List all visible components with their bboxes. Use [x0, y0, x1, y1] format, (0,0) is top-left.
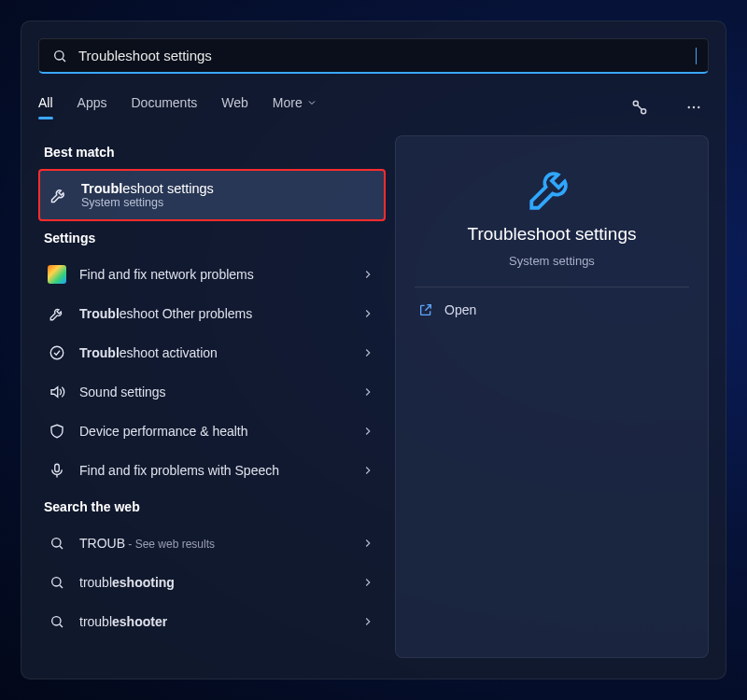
chevron-right-icon — [361, 346, 374, 359]
svg-point-13 — [52, 578, 61, 586]
search-icon — [48, 612, 66, 631]
chevron-right-icon — [361, 307, 374, 320]
web-result-troubleshooting[interactable]: troubleshooting — [38, 563, 386, 602]
result-sound-settings[interactable]: Sound settings — [38, 372, 386, 412]
svg-line-12 — [60, 546, 63, 549]
wrench-hero-icon — [525, 161, 579, 215]
svg-point-11 — [52, 539, 61, 547]
tab-all[interactable]: All — [38, 95, 53, 119]
wrench-icon — [48, 304, 66, 323]
shield-icon — [48, 422, 66, 441]
search-panel: All Apps Documents Web More Best match T… — [21, 21, 726, 679]
text-caret — [696, 48, 697, 64]
speaker-icon — [48, 383, 66, 401]
tab-apps[interactable]: Apps — [78, 95, 107, 119]
tab-web[interactable]: Web — [221, 95, 248, 119]
action-open[interactable]: Open — [415, 287, 689, 332]
wrench-icon — [49, 186, 68, 204]
filter-tabs: All Apps Documents Web More — [38, 92, 709, 122]
svg-point-5 — [693, 106, 695, 108]
svg-line-16 — [60, 624, 63, 627]
result-network-problems[interactable]: Find and fix network problems — [38, 255, 386, 294]
best-match-result[interactable]: Troubleshoot settings System settings — [38, 169, 386, 221]
svg-point-6 — [698, 106, 699, 108]
microphone-icon — [48, 461, 66, 480]
preview-title: Troubleshoot settings — [468, 224, 637, 245]
search-input[interactable] — [78, 48, 686, 63]
tab-more[interactable]: More — [273, 95, 317, 119]
section-settings: Settings — [44, 231, 386, 245]
preview-subtitle: System settings — [509, 254, 595, 268]
svg-point-7 — [50, 346, 63, 359]
chevron-right-icon — [361, 385, 374, 399]
chevron-right-icon — [361, 537, 374, 550]
connect-icon[interactable] — [625, 92, 655, 122]
web-result-troubleshooter[interactable]: troubleshooter — [38, 602, 386, 641]
network-fix-icon — [48, 265, 66, 284]
tab-more-label: More — [273, 95, 303, 110]
chevron-right-icon — [361, 615, 374, 628]
chevron-right-icon — [361, 576, 374, 589]
chevron-right-icon — [361, 268, 374, 281]
svg-line-14 — [60, 585, 63, 588]
search-icon — [50, 47, 69, 65]
search-icon — [48, 573, 66, 592]
section-search-web: Search the web — [44, 499, 386, 514]
action-open-label: Open — [444, 302, 476, 317]
chevron-right-icon — [361, 425, 374, 438]
search-icon — [48, 534, 66, 553]
result-troubleshoot-activation[interactable]: Troubleshoot activation — [38, 333, 386, 372]
result-troubleshoot-other[interactable]: Troubleshoot Other problems — [38, 294, 386, 333]
best-match-subtitle: System settings — [81, 196, 373, 209]
svg-marker-8 — [51, 387, 58, 398]
open-icon — [418, 302, 433, 317]
search-box[interactable] — [38, 38, 709, 74]
web-result-troub[interactable]: TROUB - See web results — [38, 524, 386, 563]
chevron-right-icon — [361, 464, 374, 477]
check-circle-icon — [48, 343, 66, 362]
svg-line-1 — [63, 59, 65, 62]
preview-card: Troubleshoot settings System settings Op… — [395, 135, 709, 658]
svg-rect-9 — [55, 464, 60, 471]
best-match-title: Troubleshoot settings — [81, 181, 373, 196]
section-best-match: Best match — [44, 145, 386, 160]
more-options-icon[interactable] — [679, 92, 709, 122]
chevron-down-icon — [306, 97, 317, 108]
svg-point-0 — [55, 50, 63, 59]
tab-documents[interactable]: Documents — [131, 95, 197, 119]
svg-point-15 — [52, 617, 61, 625]
result-speech-problems[interactable]: Find and fix problems with Speech — [38, 451, 386, 490]
results-column: Best match Troubleshoot settings System … — [21, 135, 386, 658]
result-device-health[interactable]: Device performance & health — [38, 412, 386, 451]
svg-point-4 — [688, 106, 690, 108]
